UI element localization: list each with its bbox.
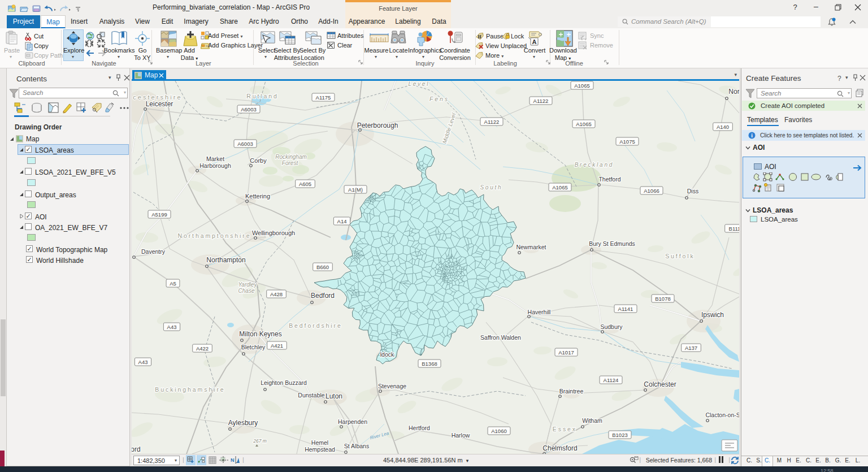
svg-text:Clacton-on-Se: Clacton-on-Se [705, 412, 739, 418]
svg-text:A14: A14 [337, 218, 347, 224]
svg-text:B660: B660 [316, 264, 329, 270]
svg-text:Bedford: Bedford [311, 292, 335, 300]
svg-text:Dunstable: Dunstable [298, 392, 324, 399]
svg-text:B1023: B1023 [612, 432, 627, 438]
svg-text:Hemel: Hemel [311, 439, 328, 446]
svg-text:Wellingborough: Wellingborough [252, 229, 295, 236]
svg-text:Leicester: Leicester [146, 100, 173, 108]
svg-text:A6003: A6003 [241, 106, 256, 112]
svg-text:B111: B111 [729, 226, 739, 232]
svg-text:B u c k i n g h a m s h i r e: B u c k i n g h a m s h i r e [155, 386, 224, 393]
svg-text:Forest: Forest [282, 160, 299, 166]
svg-text:Chase: Chase [238, 288, 255, 294]
svg-text:Luton: Luton [326, 392, 342, 400]
svg-text:B1078: B1078 [655, 296, 670, 302]
svg-text:Harpenden: Harpenden [338, 418, 367, 425]
svg-text:A1124: A1124 [604, 377, 619, 383]
svg-text:B r e c k l a n d: B r e c k l a n d [575, 162, 613, 168]
svg-text:Harlow: Harlow [452, 432, 470, 439]
svg-text:Nor: Nor [728, 88, 739, 96]
svg-text:A1141: A1141 [618, 306, 633, 312]
svg-text:A422: A422 [196, 345, 209, 352]
svg-text:Rockingham: Rockingham [275, 154, 307, 160]
svg-text:A43: A43 [138, 359, 148, 365]
svg-text:R u t l a n d: R u t l a n d [246, 93, 277, 99]
svg-text:Peterborough: Peterborough [357, 122, 398, 129]
svg-text:A1075: A1075 [619, 138, 635, 145]
svg-text:A137: A137 [685, 345, 697, 351]
svg-text:Sudbury: Sudbury [600, 323, 623, 330]
svg-text:A1122: A1122 [484, 119, 500, 125]
svg-text:B e d f o r d s h i r e: B e d f o r d s h i r e [289, 322, 341, 329]
svg-text:S o u t h: S o u t h [480, 184, 501, 190]
svg-text:A1175: A1175 [316, 94, 331, 101]
svg-text:F e n s: F e n s [429, 96, 448, 102]
svg-text:Braintree: Braintree [559, 388, 584, 395]
svg-text:Stevenage: Stevenage [378, 383, 406, 389]
svg-text:Kettering: Kettering [245, 193, 270, 200]
svg-text:Daventry: Daventry [141, 248, 166, 255]
svg-text:Aylesbury: Aylesbury [228, 419, 258, 427]
svg-text:Corby: Corby [250, 157, 267, 164]
svg-text:A421: A421 [271, 343, 283, 349]
svg-text:A1065: A1065 [574, 83, 589, 89]
svg-text:A1(M): A1(M) [348, 187, 363, 193]
svg-text:A428: A428 [270, 291, 283, 297]
svg-text:Diss: Diss [687, 188, 698, 194]
svg-text:Newmarket: Newmarket [516, 244, 546, 250]
svg-text:A1066: A1066 [644, 188, 659, 194]
svg-text:S u f f o l k: S u f f o l k [665, 253, 693, 259]
svg-text:267 m: 267 m [253, 438, 267, 444]
svg-text:ldock: ldock [380, 351, 394, 358]
svg-text:ord: ord [132, 445, 141, 453]
svg-text:L e v e l: L e v e l [409, 81, 429, 87]
svg-text:A1017: A1017 [558, 349, 574, 356]
svg-text:Hempstead: Hempstead [305, 446, 335, 453]
svg-text:Haverhill: Haverhill [528, 309, 551, 315]
svg-text:Milton Keynes: Milton Keynes [239, 330, 281, 338]
svg-text:A140: A140 [717, 124, 729, 130]
svg-text:Yardley: Yardley [238, 282, 257, 288]
svg-text:A1060: A1060 [491, 428, 506, 434]
svg-text:Bury St Edmunds: Bury St Edmunds [589, 240, 635, 247]
svg-text:Harborough: Harborough [199, 162, 231, 169]
svg-text:A1065: A1065 [576, 121, 591, 127]
svg-text:Market: Market [206, 155, 224, 162]
svg-text:A5199: A5199 [151, 211, 167, 218]
svg-text:Ipswich: Ipswich [701, 311, 724, 319]
svg-text:Bletchley: Bletchley [241, 344, 266, 350]
svg-text:N: N [231, 457, 235, 463]
svg-text:Chelmsford: Chelmsford [542, 444, 577, 452]
svg-text:Leighton Buzzard: Leighton Buzzard [261, 379, 307, 386]
svg-text:Hertford: Hertford [409, 425, 430, 431]
svg-text:A43: A43 [167, 324, 177, 330]
svg-text:A605: A605 [299, 181, 311, 187]
svg-text:A1065: A1065 [552, 184, 567, 190]
svg-text:A: A [532, 38, 537, 45]
svg-text:A5: A5 [170, 280, 176, 287]
svg-text:A6003: A6003 [237, 141, 253, 147]
svg-text:Colchester: Colchester [644, 380, 676, 388]
svg-text:Saffron Walden: Saffron Walden [480, 334, 521, 341]
svg-text:Northampton: Northampton [206, 256, 245, 264]
svg-text:Witham: Witham [582, 417, 602, 424]
svg-text:B1368: B1368 [422, 361, 437, 367]
svg-text:A1122: A1122 [533, 98, 549, 104]
svg-text:St Albans: St Albans [344, 443, 369, 449]
svg-text:N o r t h a m p t o n s h i r: N o r t h a m p t o n s h i r e [177, 232, 249, 239]
svg-text:E s s e x: E s s e x [553, 426, 576, 432]
svg-text:i: i [751, 133, 753, 138]
svg-text:Thetford: Thetford [598, 176, 620, 183]
